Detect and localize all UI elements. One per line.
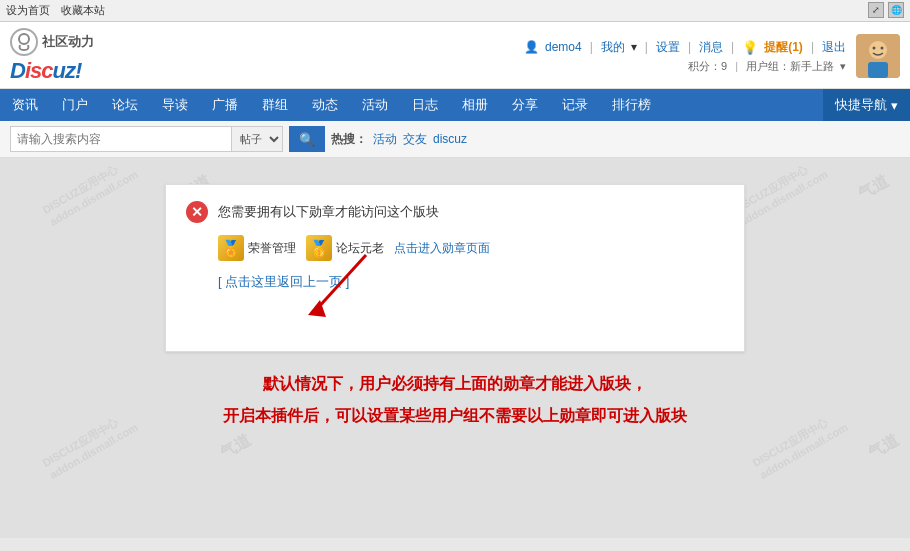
svg-point-2 [869,41,887,59]
logo-community-text: 社区动力 [42,33,94,51]
nav-item-album[interactable]: 相册 [450,89,500,121]
search-button[interactable]: 🔍 [289,126,325,152]
nav-item-portal[interactable]: 门户 [50,89,100,121]
quick-nav[interactable]: 快捷导航 ▾ [823,89,910,121]
access-message: 您需要拥有以下勋章才能访问这个版块 [218,203,439,221]
browser-button[interactable]: 🌐 [888,2,904,18]
hot-item-0[interactable]: 活动 [373,131,397,148]
avatar [856,34,900,78]
search-input-wrap[interactable]: 帖子 用户 [10,126,283,152]
score-row: 积分：9 | 用户组：新手上路 ▾ [688,59,846,74]
description-text: 默认情况下，用户必须持有上面的勋章才能进入版块， 开启本插件后，可以设置某些用户… [16,368,894,432]
messages-link[interactable]: 消息 [699,39,723,56]
separator4: | [731,40,734,54]
watermark-4: 气道 [855,171,893,205]
logo-top: 社区动力 [10,28,94,56]
medal-1: 🏅 荣誉管理 [218,235,296,261]
access-header: ✕ 您需要拥有以下勋章才能访问这个版块 [186,201,724,223]
header-right: 👤 demo4 | 我的 ▾ | 设置 | 消息 | 💡 提醒(1) | 退出 … [524,39,846,74]
medal-icon-1: 🏅 [218,235,244,261]
bell-link[interactable]: 提醒(1) [764,39,803,56]
hot-item-2[interactable]: discuz [433,132,467,146]
titlebar: 设为首页 收藏本站 ⤢ 🌐 [0,0,910,22]
logout-link[interactable]: 退出 [822,39,846,56]
desc-line2: 开启本插件后，可以设置某些用户组不需要以上勋章即可进入版块 [16,400,894,432]
user-icon: 👤 [524,40,539,54]
separator1: | [590,40,593,54]
watermark-3: DISCUZ应用中心addon.dismall.com [730,155,830,228]
chevron-icon: ▾ [631,40,637,54]
separator2: | [645,40,648,54]
watermark-1: DISCUZ应用中心addon.dismall.com [40,155,140,228]
hot-item-1[interactable]: 交友 [403,131,427,148]
separator6: | [735,60,738,72]
search-input[interactable] [11,127,231,151]
nav-item-forum[interactable]: 论坛 [100,89,150,121]
svg-point-0 [19,34,29,44]
nav-item-record[interactable]: 记录 [550,89,600,121]
title-links[interactable]: 设为首页 收藏本站 [6,3,113,18]
svg-point-3 [873,47,876,50]
search-hot: 热搜： 活动 交友 discuz [331,131,467,148]
nav-item-groups[interactable]: 群组 [250,89,300,121]
medal-page-link[interactable]: 点击进入勋章页面 [394,240,490,257]
svg-line-6 [316,255,366,310]
nav-item-events[interactable]: 活动 [350,89,400,121]
group-chevron: ▾ [840,60,846,73]
separator3: | [688,40,691,54]
navbar: 资讯 门户 论坛 导读 广播 群组 动态 活动 日志 相册 分享 记录 排行榜 … [0,89,910,121]
nav-item-guide[interactable]: 导读 [150,89,200,121]
quick-nav-label: 快捷导航 [835,96,887,114]
bell-icon: 💡 [742,40,758,55]
back-link-container: [ 点击这里返回上一页 ] [186,273,724,291]
watermark-8: 气道 [865,430,903,464]
user-row: 👤 demo4 | 我的 ▾ | 设置 | 消息 | 💡 提醒(1) | 退出 [524,39,846,56]
set-home-link[interactable]: 设为首页 [6,4,50,16]
arrow-area [186,295,724,335]
search-type-select[interactable]: 帖子 用户 [231,127,282,151]
nav-item-activity[interactable]: 动态 [300,89,350,121]
window-controls[interactable]: ⤢ 🌐 [868,2,904,18]
error-icon: ✕ [186,201,208,223]
quick-nav-chevron: ▾ [891,98,898,113]
main-content: DISCUZ应用中心addon.dismall.com 气道 DISCUZ应用中… [0,158,910,538]
my-link[interactable]: 我的 [601,39,625,56]
svg-rect-5 [868,62,888,78]
restore-button[interactable]: ⤢ [868,2,884,18]
username-link[interactable]: demo4 [545,40,582,54]
medals-row: 🏅 荣誉管理 🥇 论坛元老 点击进入勋章页面 [186,235,724,261]
nav-item-ranking[interactable]: 排行榜 [600,89,663,121]
header: 社区动力 Discuz! 👤 demo4 | 我的 ▾ | 设置 | 消息 | … [0,22,910,89]
svg-point-4 [881,47,884,50]
logo-area: 社区动力 Discuz! [10,28,94,84]
searchbar: 帖子 用户 🔍 热搜： 活动 交友 discuz [0,121,910,158]
search-icon: 🔍 [299,132,315,147]
access-box: ✕ 您需要拥有以下勋章才能访问这个版块 🏅 荣誉管理 🥇 论坛元老 点击进入勋章… [165,184,745,352]
nav-item-share[interactable]: 分享 [500,89,550,121]
desc-line1: 默认情况下，用户必须持有上面的勋章才能进入版块， [16,368,894,400]
bookmark-link[interactable]: 收藏本站 [61,4,105,16]
score-text: 积分：9 [688,59,727,74]
hot-label: 热搜： [331,131,367,148]
nav-item-news[interactable]: 资讯 [0,89,50,121]
settings-link[interactable]: 设置 [656,39,680,56]
watermark-6: 气道 [217,430,255,464]
separator5: | [811,40,814,54]
nav-item-broadcast[interactable]: 广播 [200,89,250,121]
logo-icon [10,28,38,56]
nav-item-blog[interactable]: 日志 [400,89,450,121]
logo-discuz: Discuz! [10,58,81,84]
group-text: 用户组：新手上路 [746,59,834,74]
red-arrow-svg [286,245,386,325]
